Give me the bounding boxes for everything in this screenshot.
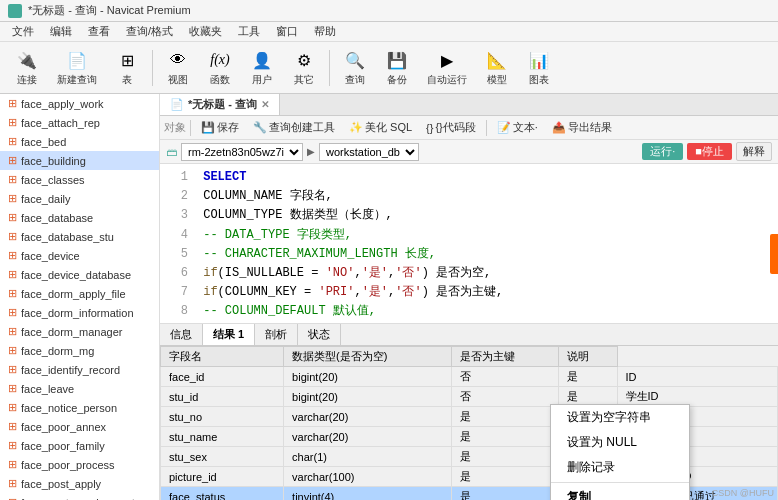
col-header-type: 数据类型(是否为空) (284, 347, 452, 367)
sidebar-item-device-database[interactable]: ⊞ face_device_database (0, 265, 159, 284)
cell-type: varchar(100) (284, 467, 452, 487)
sidebar-item-attach-rep[interactable]: ⊞ face_attach_rep (0, 113, 159, 132)
sidebar-item-dorm-apply-file[interactable]: ⊞ face_dorm_apply_file (0, 284, 159, 303)
query-toolbar: 对象 💾 保存 🔧 查询创建工具 ✨ 美化 SQL {} {}代码段 📝 文本· (160, 116, 778, 140)
text-mode-btn[interactable]: 📝 文本· (491, 119, 544, 136)
sidebar-item-identify-record[interactable]: ⊞ face_identify_record (0, 360, 159, 379)
title-bar: *无标题 - 查询 - Navicat Premium (0, 0, 778, 22)
qt-sep2 (486, 120, 487, 136)
stop-btn[interactable]: ■停止 (687, 143, 732, 160)
database-select[interactable]: workstation_db (319, 143, 419, 161)
query-builder-btn[interactable]: 🔧 查询创建工具 (247, 119, 341, 136)
result-tab-info[interactable]: 信息 (160, 324, 203, 345)
cell-nullable: 否 (451, 367, 558, 387)
sidebar-item-poor-annex[interactable]: ⊞ face_poor_annex (0, 417, 159, 436)
sidebar-item-device[interactable]: ⊞ face_device (0, 246, 159, 265)
toolbar-view[interactable]: 👁 视图 (159, 44, 197, 91)
table-header-row: 字段名 数据类型(是否为空) 是否为主键 说明 (161, 347, 778, 367)
export-btn[interactable]: 📤 导出结果 (546, 119, 618, 136)
code-snippet-btn[interactable]: {} {}代码段 (420, 119, 482, 136)
sidebar-item-poor-process[interactable]: ⊞ face_poor_process (0, 455, 159, 474)
sidebar-item-label: face_post_employment (21, 497, 135, 501)
result-tab-result1[interactable]: 结果 1 (203, 324, 255, 345)
save-btn[interactable]: 💾 保存 (195, 119, 245, 136)
toolbar-model-label: 模型 (487, 73, 507, 87)
ctx-delete-record-label: 删除记录 (567, 459, 615, 476)
toolbar-chart-label: 图表 (529, 73, 549, 87)
chart-icon: 📊 (527, 48, 551, 72)
ctx-copy[interactable]: 复制 (551, 485, 689, 500)
ctx-set-empty[interactable]: 设置为空字符串 (551, 405, 689, 430)
toolbar-model[interactable]: 📐 模型 (478, 44, 516, 91)
toolbar-backup[interactable]: 💾 备份 (378, 44, 416, 91)
toolbar-autorun[interactable]: ▶ 自动运行 (420, 44, 474, 91)
save-label: 保存 (217, 120, 239, 135)
toolbar-other[interactable]: ⚙ 其它 (285, 44, 323, 91)
sidebar-item-label: face_dorm_information (21, 307, 134, 319)
sidebar-item-database-stu[interactable]: ⊞ face_database_stu (0, 227, 159, 246)
connect-icon: 🔌 (15, 48, 39, 72)
sidebar-item-apply-work[interactable]: ⊞ face_apply_work (0, 94, 159, 113)
save-icon: 💾 (201, 121, 215, 134)
sidebar-item-dorm-mg[interactable]: ⊞ face_dorm_mg (0, 341, 159, 360)
result-tab-profiling[interactable]: 剖析 (255, 324, 298, 345)
menu-favorites[interactable]: 收藏夹 (181, 22, 230, 41)
toolbar-func[interactable]: f(x) 函数 (201, 44, 239, 91)
toolbar-connect-label: 连接 (17, 73, 37, 87)
server-select[interactable]: rm-2zetn83n05wz7i (181, 143, 303, 161)
table-item-icon: ⊞ (8, 401, 17, 414)
sidebar-item-leave[interactable]: ⊞ face_leave (0, 379, 159, 398)
table-item-icon: ⊞ (8, 382, 17, 395)
menu-view[interactable]: 查看 (80, 22, 118, 41)
menu-query[interactable]: 查询/格式 (118, 22, 181, 41)
menu-edit[interactable]: 编辑 (42, 22, 80, 41)
sidebar-item-poor-family[interactable]: ⊞ face_poor_family (0, 436, 159, 455)
query-tab[interactable]: 📄 *无标题 - 查询 ✕ (160, 94, 280, 115)
table-row[interactable]: face_id bigint(20) 否 是 ID (161, 367, 778, 387)
sidebar-item-daily[interactable]: ⊞ face_daily (0, 189, 159, 208)
run-btn[interactable]: 运行· (642, 143, 683, 160)
toolbar-query[interactable]: 🔍 查询 (336, 44, 374, 91)
toolbar-table[interactable]: ⊞ 表 (108, 44, 146, 91)
toolbar-chart[interactable]: 📊 图表 (520, 44, 558, 91)
sidebar-item-classes[interactable]: ⊞ face_classes (0, 170, 159, 189)
sidebar-item-post-apply[interactable]: ⊞ face_post_apply (0, 474, 159, 493)
beautify-btn[interactable]: ✨ 美化 SQL (343, 119, 418, 136)
sidebar-item-label: face_device_database (21, 269, 131, 281)
sidebar-item-database[interactable]: ⊞ face_database (0, 208, 159, 227)
ctx-set-null[interactable]: 设置为 NULL (551, 430, 689, 455)
toolbar-new-query[interactable]: 📄 新建查询 (50, 44, 104, 91)
ctx-delete-record[interactable]: 删除记录 (551, 455, 689, 480)
menu-file[interactable]: 文件 (4, 22, 42, 41)
object-label: 对象 (164, 120, 186, 135)
sidebar-item-post-employment[interactable]: ⊞ face_post_employment (0, 493, 159, 500)
table-item-icon: ⊞ (8, 325, 17, 338)
cell-field: stu_sex (161, 447, 284, 467)
cell-field: stu_no (161, 407, 284, 427)
toolbar-query-label: 查询 (345, 73, 365, 87)
sidebar-item-building[interactable]: ⊞ face_building (0, 151, 159, 170)
sidebar-item-dorm-info[interactable]: ⊞ face_dorm_information (0, 303, 159, 322)
content-area: 📄 *无标题 - 查询 ✕ 对象 💾 保存 🔧 查询创建工具 ✨ 美化 SQL (160, 94, 778, 500)
sidebar-item-bed[interactable]: ⊞ face_bed (0, 132, 159, 151)
toolbar-connect[interactable]: 🔌 连接 (8, 44, 46, 91)
sidebar-item-label: face_notice_person (21, 402, 117, 414)
tab-close-btn[interactable]: ✕ (261, 99, 269, 110)
cell-type: char(1) (284, 447, 452, 467)
sql-line-7: 7 if(COLUMN_KEY = 'PRI','是','否') 是否为主键, (168, 283, 770, 302)
explain-btn[interactable]: 解释 (736, 142, 772, 161)
table-item-icon: ⊞ (8, 287, 17, 300)
toolbar-user[interactable]: 👤 用户 (243, 44, 281, 91)
menu-tools[interactable]: 工具 (230, 22, 268, 41)
app-icon (8, 4, 22, 18)
menu-help[interactable]: 帮助 (306, 22, 344, 41)
result-tab-status[interactable]: 状态 (298, 324, 341, 345)
sidebar-item-notice-person[interactable]: ⊞ face_notice_person (0, 398, 159, 417)
export-icon: 📤 (552, 121, 566, 134)
table-icon: ⊞ (115, 48, 139, 72)
beautify-icon: ✨ (349, 121, 363, 134)
sidebar-item-dorm-manager[interactable]: ⊞ face_dorm_manager (0, 322, 159, 341)
menu-window[interactable]: 窗口 (268, 22, 306, 41)
sidebar-item-label: face_poor_family (21, 440, 105, 452)
sql-editor[interactable]: 1 SELECT 2 COLUMN_NAME 字段名, 3 COLUMN_TYP… (160, 164, 778, 324)
